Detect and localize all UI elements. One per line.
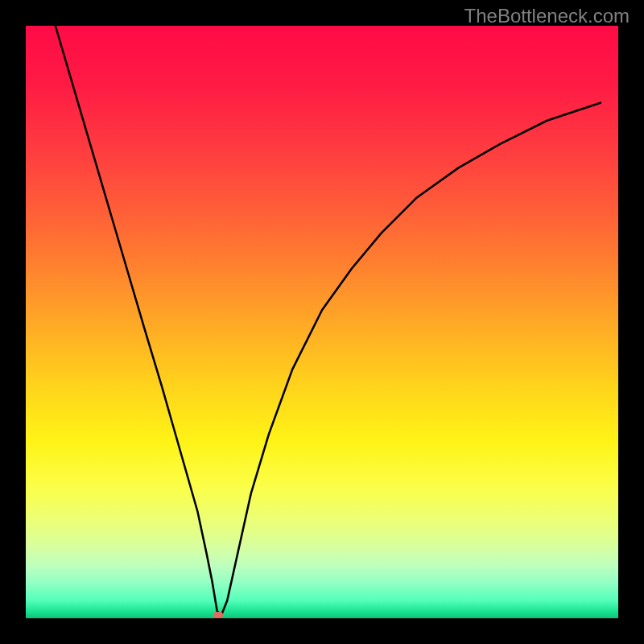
curve-svg <box>26 26 618 618</box>
watermark-text: TheBottleneck.com <box>464 5 630 27</box>
plot-area <box>26 26 618 618</box>
marker-dot <box>213 612 223 618</box>
bottleneck-curve <box>56 26 601 615</box>
